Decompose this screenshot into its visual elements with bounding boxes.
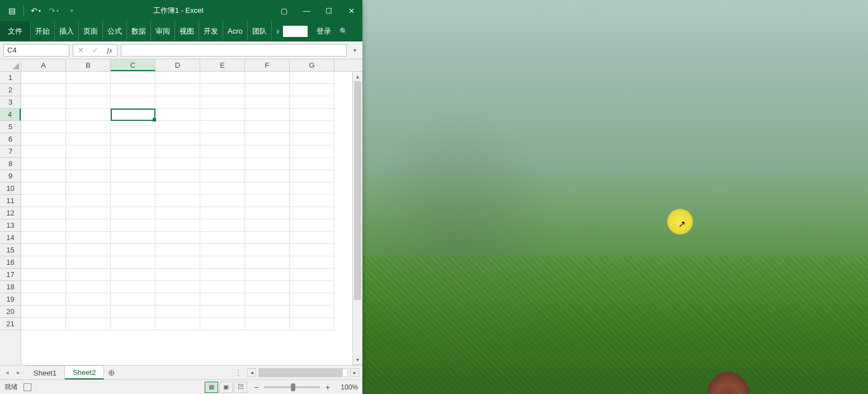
cell[interactable] [21,133,66,146]
cell[interactable] [290,219,334,232]
cell[interactable] [21,96,66,109]
cell[interactable] [290,72,334,84]
cell[interactable] [200,281,245,293]
cell[interactable] [155,195,200,207]
tab-home[interactable]: 开始 [31,21,55,41]
cell[interactable] [245,256,290,269]
cell[interactable] [111,281,155,293]
cell[interactable] [155,219,200,232]
cell[interactable] [290,306,334,318]
cell[interactable] [290,195,334,207]
cell[interactable] [66,84,111,96]
cell[interactable] [200,306,245,318]
col-header-e[interactable]: E [200,59,245,71]
cell[interactable] [155,318,200,330]
cell[interactable] [66,306,111,318]
cell[interactable] [155,109,200,121]
row-header-5[interactable]: 5 [0,121,21,133]
cell[interactable] [155,133,200,146]
cell[interactable] [290,84,334,96]
cell[interactable] [111,72,155,84]
col-header-b[interactable]: B [66,59,111,71]
add-sheet-button[interactable]: ⊕ [104,368,119,378]
cell[interactable] [66,269,111,281]
cell[interactable] [21,318,66,330]
cell[interactable] [66,293,111,306]
cell[interactable] [290,232,334,244]
cell[interactable] [200,207,245,219]
redo-button[interactable]: ↷▾ [45,3,62,18]
cell[interactable] [155,182,200,195]
cell[interactable] [66,244,111,256]
cell[interactable] [21,121,66,133]
cell[interactable] [111,195,155,207]
cell[interactable] [21,72,66,84]
cell[interactable] [66,182,111,195]
cell[interactable] [111,256,155,269]
cell[interactable] [66,170,111,182]
tab-insert[interactable]: 插入 [55,21,79,41]
cell[interactable] [245,133,290,146]
cell[interactable] [200,219,245,232]
cell[interactable] [21,146,66,158]
scroll-down-button[interactable]: ▾ [353,355,362,365]
cell[interactable] [66,219,111,232]
cell[interactable] [155,293,200,306]
cell[interactable] [245,318,290,330]
cell[interactable] [290,244,334,256]
cell[interactable] [290,256,334,269]
cell[interactable] [200,109,245,121]
cell[interactable] [111,170,155,182]
vscroll-thumb[interactable] [354,82,361,300]
cell[interactable] [21,219,66,232]
cell[interactable] [66,121,111,133]
undo-button[interactable]: ↶▾ [27,3,44,18]
hscroll-thumb[interactable] [259,369,343,377]
cell[interactable] [200,121,245,133]
cell[interactable] [200,72,245,84]
cell[interactable] [21,182,66,195]
tab-acrobat[interactable]: Acro [223,21,248,41]
cell[interactable] [66,72,111,84]
cell[interactable] [21,207,66,219]
cell[interactable] [290,318,334,330]
sheet-tab-sheet1[interactable]: Sheet1 [26,365,65,379]
cell[interactable] [245,182,290,195]
cell[interactable] [245,72,290,84]
tab-split-handle[interactable]: ⋮ [232,369,245,377]
cell[interactable] [290,269,334,281]
col-header-a[interactable]: A [21,59,66,71]
cell[interactable] [290,133,334,146]
hscroll-left-button[interactable]: ◂ [247,368,256,377]
cell[interactable] [155,207,200,219]
cell[interactable] [111,84,155,96]
row-header-6[interactable]: 6 [0,133,21,146]
cell[interactable] [21,232,66,244]
cell[interactable] [200,244,245,256]
cell[interactable] [245,306,290,318]
tab-file[interactable]: 文件 [0,21,31,41]
cell[interactable] [66,146,111,158]
cell[interactable] [111,306,155,318]
cell[interactable] [155,72,200,84]
cell[interactable] [111,207,155,219]
cell[interactable] [21,244,66,256]
cell[interactable] [21,195,66,207]
row-header-7[interactable]: 7 [0,146,21,158]
row-header-12[interactable]: 12 [0,207,21,219]
row-header-3[interactable]: 3 [0,96,21,109]
cell[interactable] [245,244,290,256]
cell[interactable] [111,293,155,306]
row-header-17[interactable]: 17 [0,269,21,281]
cell[interactable] [290,146,334,158]
tab-team[interactable]: 团队 [248,21,272,41]
row-header-15[interactable]: 15 [0,244,21,256]
cell[interactable] [245,170,290,182]
cell[interactable] [245,232,290,244]
zoom-in-button[interactable]: + [323,383,332,392]
cell[interactable] [245,96,290,109]
cell[interactable] [66,158,111,170]
cell[interactable] [245,293,290,306]
cell[interactable] [245,195,290,207]
row-header-2[interactable]: 2 [0,84,21,96]
